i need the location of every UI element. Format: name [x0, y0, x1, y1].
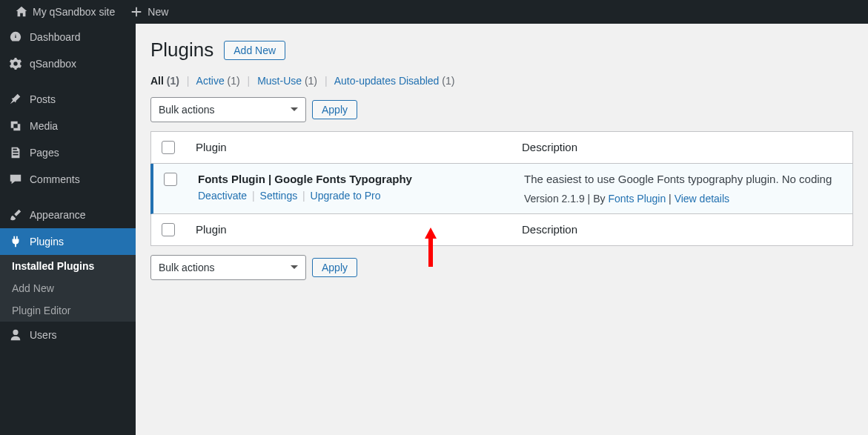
filter-auto-updates-disabled[interactable]: Auto-updates Disabled (1)	[334, 75, 455, 87]
topbar-new-label: New	[148, 6, 168, 18]
sidebar-label: Plugins	[30, 236, 64, 248]
plugin-description: The easiest to use Google Fonts typograp…	[524, 173, 845, 185]
add-new-plugin-button[interactable]: Add New	[224, 41, 285, 60]
topbar-site-link[interactable]: My qSandbox site	[7, 0, 122, 24]
sidebar-label: Pages	[30, 147, 59, 159]
plugin-author-link[interactable]: Fonts Plugin	[608, 193, 666, 205]
sidebar-item-appearance[interactable]: Appearance	[0, 202, 136, 228]
plugins-table: Plugin Description Fonts Plugin | Google…	[150, 131, 853, 246]
pin-icon	[9, 93, 22, 106]
sidebar-label: Posts	[30, 93, 56, 105]
column-header-description: Description	[514, 132, 852, 162]
sidebar-item-media[interactable]: Media	[0, 113, 136, 139]
plugin-status-filters: All (1) | Active (1) | Must-Use (1) | Au…	[150, 75, 853, 87]
select-all-checkbox-bottom[interactable]	[162, 223, 175, 236]
plugin-settings-link[interactable]: Settings	[260, 190, 298, 202]
sidebar-item-plugins[interactable]: Plugins	[0, 228, 136, 255]
admin-topbar: My qSandbox site New	[0, 0, 868, 24]
submenu-installed-plugins[interactable]: Installed Plugins	[0, 255, 136, 277]
plugins-submenu: Installed Plugins Add New Plugin Editor	[0, 255, 136, 322]
plugin-view-details-link[interactable]: View details	[675, 193, 729, 205]
filter-all[interactable]: All (1)	[150, 75, 179, 87]
media-icon	[9, 119, 22, 133]
plugin-upgrade-link[interactable]: Upgrade to Pro	[311, 190, 381, 202]
page-title: Plugins	[150, 39, 213, 62]
filter-must-use[interactable]: Must-Use (1)	[257, 75, 317, 87]
plugin-deactivate-link[interactable]: Deactivate	[198, 190, 247, 202]
sidebar-item-pages[interactable]: Pages	[0, 139, 136, 166]
sidebar-label: Users	[30, 329, 57, 341]
pages-icon	[9, 146, 22, 159]
admin-sidebar: Dashboard qSandbox Posts Media	[0, 24, 136, 435]
sidebar-label: Media	[30, 120, 58, 132]
comment-icon	[9, 173, 22, 186]
bulk-actions-select-bottom[interactable]: Bulk actions	[150, 255, 306, 280]
column-header-plugin: Plugin	[188, 132, 514, 162]
bulk-actions-select-top[interactable]: Bulk actions	[150, 97, 306, 122]
sidebar-item-qsandbox[interactable]: qSandbox	[0, 50, 136, 77]
sidebar-item-users[interactable]: Users	[0, 322, 136, 348]
plugin-name: Fonts Plugin | Google Fonts Typography	[198, 173, 509, 185]
user-icon	[9, 328, 22, 342]
plugin-meta: Version 2.1.9 | By Fonts Plugin | View d…	[524, 193, 845, 205]
submenu-plugin-editor[interactable]: Plugin Editor	[0, 299, 136, 322]
home-icon	[15, 5, 28, 19]
gear-icon	[9, 57, 22, 70]
column-footer-plugin: Plugin	[188, 214, 514, 245]
topbar-new-link[interactable]: New	[122, 0, 176, 24]
plug-icon	[9, 235, 22, 248]
sidebar-label: Dashboard	[30, 31, 81, 43]
sidebar-item-dashboard[interactable]: Dashboard	[0, 24, 136, 50]
sidebar-item-posts[interactable]: Posts	[0, 86, 136, 113]
bulk-apply-button-bottom[interactable]: Apply	[312, 258, 357, 277]
main-content: Plugins Add New All (1) | Active (1) | M…	[136, 24, 868, 435]
plugin-checkbox[interactable]	[164, 173, 177, 186]
column-footer-description: Description	[514, 214, 852, 245]
bulk-apply-button-top[interactable]: Apply	[312, 100, 357, 119]
submenu-add-new[interactable]: Add New	[0, 277, 136, 299]
plugin-row: Fonts Plugin | Google Fonts Typography D…	[150, 164, 852, 214]
filter-active[interactable]: Active (1)	[196, 75, 240, 87]
plus-icon	[130, 5, 143, 19]
sidebar-item-comments[interactable]: Comments	[0, 166, 136, 193]
sidebar-label: Comments	[30, 173, 80, 185]
dashboard-icon	[9, 30, 22, 44]
topbar-site-name: My qSandbox site	[33, 6, 115, 18]
select-all-checkbox-top[interactable]	[162, 141, 175, 154]
brush-icon	[9, 208, 22, 222]
sidebar-label: qSandbox	[30, 58, 76, 70]
sidebar-label: Appearance	[30, 209, 86, 221]
